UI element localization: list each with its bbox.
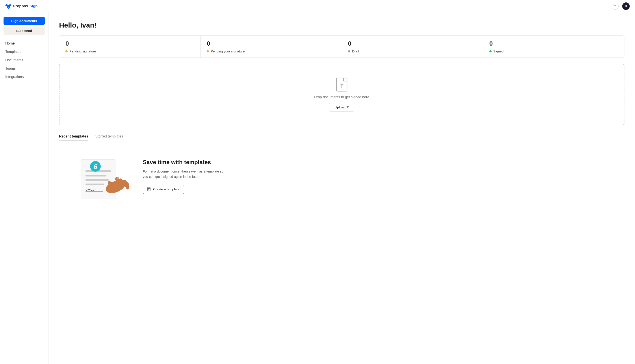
sidebar-item-integrations[interactable]: Integrations bbox=[0, 73, 48, 81]
top-bar-right: ? IK bbox=[612, 2, 630, 10]
sidebar-item-documents[interactable]: Documents bbox=[0, 56, 48, 64]
svg-point-9 bbox=[95, 167, 96, 168]
dropbox-logo-icon bbox=[5, 3, 12, 9]
sidebar-item-home[interactable]: Home bbox=[0, 39, 48, 48]
app-container: Dropbox Sign ? IK Sign documents Bulk se… bbox=[0, 0, 635, 364]
draft-text: Draft bbox=[352, 49, 359, 53]
dot-yellow-2 bbox=[207, 50, 209, 52]
sign-documents-button[interactable]: Sign documents bbox=[4, 17, 45, 25]
tab-recent-templates[interactable]: Recent templates bbox=[59, 132, 88, 141]
svg-rect-5 bbox=[86, 184, 104, 185]
drop-zone-text: Drop documents to get signed here bbox=[314, 95, 369, 99]
pending-your-signature-text: Pending your signature bbox=[211, 49, 244, 53]
stat-signed-count: 0 bbox=[489, 40, 618, 47]
tab-recent-label: Recent templates bbox=[59, 134, 88, 138]
upload-chevron-icon: ▾ bbox=[347, 105, 349, 109]
tab-starred-templates[interactable]: Starred templates bbox=[96, 132, 123, 141]
sidebar: Sign documents Bulk send Home Templates … bbox=[0, 12, 48, 364]
help-button[interactable]: ? bbox=[612, 3, 619, 10]
create-template-button[interactable]: Create a template bbox=[143, 185, 184, 194]
tab-starred-label: Starred templates bbox=[96, 134, 123, 138]
stat-pending-your-signature: 0 Pending your signature bbox=[200, 36, 342, 58]
drop-zone[interactable]: Drop documents to get signed here Upload… bbox=[59, 64, 624, 125]
stat-pending-signature-label: Pending signature bbox=[66, 49, 194, 53]
main-content: Hello, Ivan! 0 Pending signature 0 Pendi… bbox=[48, 12, 635, 364]
sidebar-item-templates[interactable]: Templates bbox=[0, 48, 48, 56]
logo-dropbox-text: Dropbox bbox=[13, 4, 28, 8]
svg-rect-6 bbox=[86, 191, 103, 192]
tabs-bar: Recent templates Starred templates bbox=[59, 132, 624, 141]
avatar-initials: IK bbox=[625, 4, 628, 8]
stat-draft-count: 0 bbox=[348, 40, 477, 47]
stat-pending-signature: 0 Pending signature bbox=[59, 36, 200, 58]
template-illustration-svg bbox=[72, 153, 130, 199]
promo-text: Save time with templates Format a docume… bbox=[143, 159, 226, 194]
stat-pending-your-count: 0 bbox=[207, 40, 335, 47]
stat-pending-signature-count: 0 bbox=[66, 40, 194, 47]
dot-yellow-1 bbox=[66, 50, 68, 52]
svg-rect-3 bbox=[86, 175, 106, 176]
svg-rect-4 bbox=[86, 179, 108, 181]
promo-body: Format a document once, then save it as … bbox=[143, 169, 226, 179]
stat-draft: 0 Draft bbox=[342, 36, 483, 58]
signed-text: Signed bbox=[493, 49, 504, 53]
promo-illustration bbox=[72, 153, 130, 200]
avatar[interactable]: IK bbox=[622, 2, 630, 10]
logo: Dropbox Sign bbox=[5, 3, 38, 9]
top-bar: Dropbox Sign ? IK bbox=[0, 0, 635, 12]
stat-signed: 0 Signed bbox=[483, 36, 624, 58]
upload-button[interactable]: Upload ▾ bbox=[329, 103, 354, 112]
upload-file-icon bbox=[336, 78, 348, 92]
dot-gray bbox=[348, 50, 350, 52]
dot-green bbox=[489, 50, 492, 52]
template-promo: Save time with templates Format a docume… bbox=[59, 148, 624, 200]
create-template-icon bbox=[148, 187, 151, 192]
upload-button-label: Upload bbox=[335, 105, 345, 109]
greeting: Hello, Ivan! bbox=[59, 21, 624, 29]
stats-row: 0 Pending signature 0 Pending your signa… bbox=[59, 36, 624, 58]
sidebar-item-teams[interactable]: Teams bbox=[0, 64, 48, 73]
sidebar-nav: Home Templates Documents Teams Integrati… bbox=[0, 39, 48, 81]
stat-signed-label: Signed bbox=[489, 49, 618, 53]
help-icon: ? bbox=[614, 4, 616, 8]
bulk-send-button[interactable]: Bulk send bbox=[4, 27, 45, 35]
stat-pending-your-label: Pending your signature bbox=[207, 49, 335, 53]
svg-rect-17 bbox=[148, 187, 150, 191]
stat-draft-label: Draft bbox=[348, 49, 477, 53]
promo-heading: Save time with templates bbox=[143, 159, 226, 166]
main-layout: Sign documents Bulk send Home Templates … bbox=[0, 12, 635, 364]
sidebar-buttons: Sign documents Bulk send bbox=[0, 17, 48, 39]
pending-signature-text: Pending signature bbox=[70, 49, 96, 53]
create-template-label: Create a template bbox=[153, 187, 179, 191]
logo-sign-text: Sign bbox=[30, 4, 38, 8]
